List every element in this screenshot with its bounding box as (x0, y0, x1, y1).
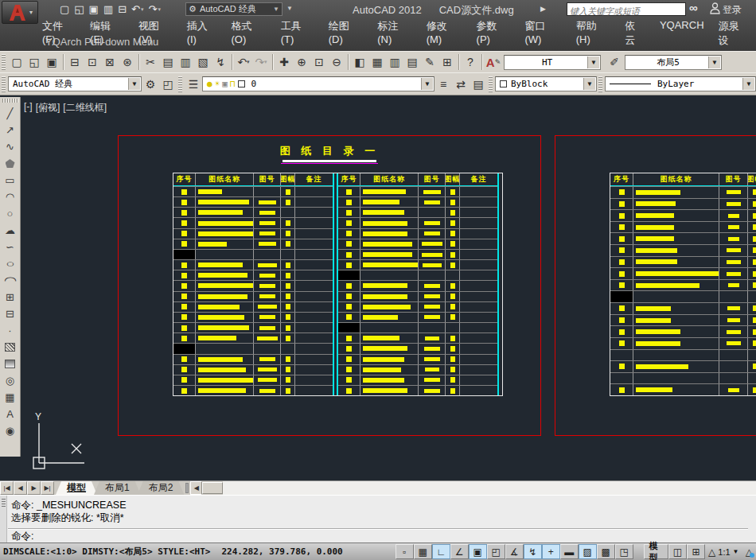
new-button[interactable]: ▢ (8, 53, 25, 71)
layer-previous-button[interactable]: ⇄ (452, 76, 470, 93)
open-button[interactable]: ◱ (25, 53, 43, 71)
yqarch-pulldown-menu[interactable]: YQArch Pull-down Menu (45, 36, 158, 48)
menu-item[interactable]: 文件(F) (35, 18, 83, 34)
paste-button[interactable]: ▥ (177, 53, 194, 71)
menu-item[interactable]: 插入(I) (180, 18, 224, 34)
menu-item[interactable]: 编辑(E) (83, 18, 131, 34)
donut-button[interactable]: ◉ (2, 422, 19, 439)
menu-item[interactable]: 工具(T) (274, 18, 321, 34)
quickcalc-button[interactable]: ⊞ (438, 53, 456, 71)
menu-item[interactable]: 标注(N) (370, 18, 419, 34)
title-flyout-icon[interactable]: ▶ (540, 5, 546, 13)
designcenter-button[interactable]: ▦ (368, 53, 386, 71)
menu-item[interactable]: 窗口(W) (517, 18, 568, 34)
search-input[interactable] (567, 6, 685, 18)
save-button[interactable]: ▣ (43, 53, 60, 71)
menu-item[interactable]: 视图(V) (131, 18, 180, 34)
model-space-canvas[interactable]: ╱↗∿▭◠○☁∽○◠⊞⊟∙◎▦A◉ [-] [俯视] [二维线框] 图 纸 目 … (0, 95, 756, 480)
match-properties-button[interactable]: ↯ (212, 53, 229, 71)
construction-line-button[interactable]: ↗ (2, 122, 19, 138)
make-object-layer-current-button[interactable]: ≡ (435, 76, 452, 93)
tab-layout1[interactable]: 布局1 (94, 481, 141, 495)
annotation-scale-widget[interactable]: △ 1:1 ▼ (705, 544, 742, 559)
quick-properties-toggle[interactable]: ▩ (597, 544, 615, 559)
zoom-previous-button[interactable]: ⊖ (328, 53, 345, 71)
lineweight-toggle[interactable]: ▬ (560, 544, 579, 559)
save-as-button[interactable]: ▥ (101, 2, 115, 17)
markup-button[interactable]: ✎ (421, 53, 438, 71)
drawing-index-table-2[interactable]: 序号图纸名称图号图幅备注 (610, 173, 756, 396)
revision-cloud-button[interactable]: ☁ (2, 222, 19, 239)
linetype-combo[interactable]: ByLayer ▼ (605, 76, 756, 91)
copy-button[interactable]: ▤ (159, 53, 177, 71)
menu-item[interactable]: 绘图(D) (321, 18, 370, 34)
spline-button[interactable]: ∽ (2, 239, 19, 255)
viewport-visual-style-control[interactable]: [二维线框] (63, 101, 107, 115)
polygon-button[interactable] (2, 155, 19, 172)
cut-button[interactable]: ✂ (142, 53, 159, 71)
command-panel-grip[interactable] (0, 496, 7, 542)
zoom-window-button[interactable]: ⊡ (310, 53, 328, 71)
workspace-combo[interactable]: AutoCAD 经典 ▼ (8, 76, 142, 91)
scrollbar-track[interactable] (223, 481, 756, 495)
plot-preview-button[interactable]: ⊡ (84, 53, 101, 71)
plot-button[interactable]: ⊟ (66, 53, 84, 71)
model-paper-toggle-button[interactable]: 模型 (644, 544, 669, 559)
quick-view-drawings-button[interactable]: ⊞ (687, 544, 705, 559)
color-combo[interactable]: ByBlock ▼ (495, 76, 597, 91)
drawing-index-table-1[interactable]: 序号图纸名称图号图幅备注序号图纸名称图号图幅备注 (173, 173, 503, 396)
undo-button[interactable]: ↶▾ (129, 2, 146, 17)
toolbar-grip[interactable] (598, 76, 602, 93)
paste-special-button[interactable]: ▧ (194, 53, 212, 71)
annotation-visibility-button[interactable]: △ (742, 544, 756, 559)
menu-item[interactable]: 帮助(H) (569, 18, 618, 34)
viewport-menu-control[interactable]: [-] (24, 101, 33, 115)
layer-on-bulb-icon[interactable]: ● (207, 79, 212, 89)
menu-item[interactable]: 依云 (618, 18, 653, 34)
command-prompt[interactable]: 命令: (11, 530, 33, 543)
tab-nav-prev-button[interactable]: ◀ (14, 481, 27, 495)
insert-block-button[interactable]: ⊞ (2, 289, 19, 305)
application-menu-button[interactable]: ▾ (2, 1, 38, 24)
dim-style-combo[interactable]: 布局5 ▼ (625, 55, 722, 70)
command-separator[interactable] (8, 528, 748, 530)
coordinate-readout[interactable]: 224.282, 379.786, 0.000 (221, 546, 342, 557)
toolbar-overflow-icon[interactable]: ▼ (286, 5, 293, 12)
dynamic-input-toggle[interactable]: ↯ (524, 544, 542, 559)
viewport-view-control[interactable]: [俯视] (36, 101, 60, 115)
osnap-3d-toggle[interactable]: ◰ (487, 544, 505, 559)
make-block-button[interactable]: ⊟ (2, 305, 19, 322)
scrollbar-thumb[interactable] (202, 482, 223, 494)
pan-button[interactable]: ✚ (275, 53, 293, 71)
new-button[interactable]: ▢ (57, 2, 72, 17)
tab-nav-first-button[interactable]: |◀ (0, 481, 14, 495)
toolbar-grip[interactable] (178, 76, 182, 93)
open-button[interactable]: ◱ (72, 2, 86, 17)
workspace-save-button[interactable]: ◰ (159, 76, 177, 93)
tab-nav-next-button[interactable]: ▶ (27, 481, 41, 495)
point-button[interactable]: ∙ (2, 322, 19, 339)
redo-button[interactable]: ↷▾ (252, 53, 270, 71)
region-button[interactable]: ◎ (2, 372, 19, 389)
gradient-button[interactable] (2, 356, 19, 372)
osnap-toggle[interactable]: ▣ (469, 544, 487, 559)
user-icon[interactable] (710, 2, 720, 14)
menu-item[interactable]: 源泉设 (711, 18, 756, 34)
ellipse-arc-button[interactable]: ◠ (2, 272, 19, 289)
tab-model[interactable]: 模型 (56, 481, 97, 495)
ellipse-button[interactable]: ○ (2, 255, 19, 272)
ortho-toggle[interactable]: ∟ (432, 544, 450, 559)
plot-button[interactable]: ⊟ (115, 2, 129, 17)
command-line-panel[interactable]: 命令: _MESHUNCREASE选择要删除的锐化: *取消* 命令: (0, 495, 756, 542)
scrollbar-splitter[interactable] (185, 483, 189, 493)
undo-button[interactable]: ↶▾ (235, 53, 252, 71)
login-button[interactable]: 登录 (723, 3, 742, 17)
text-style-button[interactable]: A✎ (485, 53, 502, 71)
polar-toggle[interactable]: ∠ (450, 544, 469, 559)
layer-states-button[interactable]: ▤ (470, 76, 487, 93)
layer-combo[interactable]: ● ☀ ▣ ⊓ 0 ▼ (202, 76, 435, 91)
selection-cycling-toggle[interactable]: ◳ (615, 544, 633, 559)
toolbar-grip[interactable] (2, 76, 6, 93)
toolbar-grip[interactable] (489, 76, 493, 93)
workspace-switcher-combo[interactable]: ⚙ AutoCAD 经典 ▼ (185, 2, 283, 16)
